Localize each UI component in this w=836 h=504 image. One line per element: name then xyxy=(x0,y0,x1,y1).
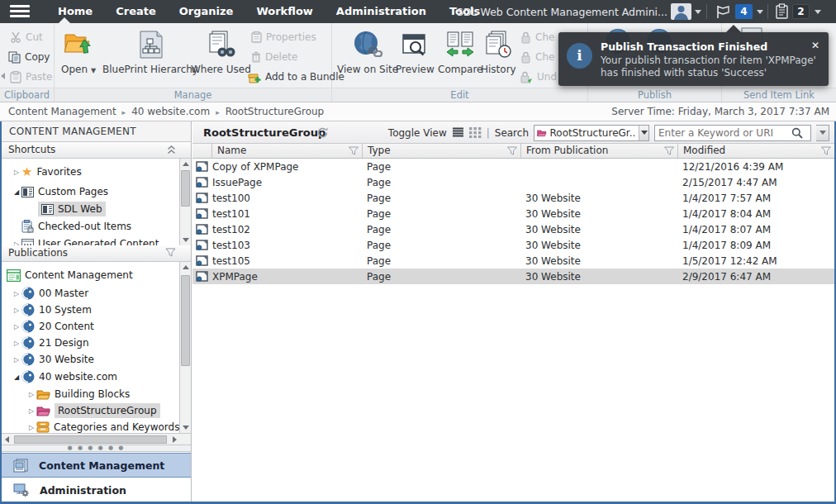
check-out-button[interactable]: Che xyxy=(520,49,554,65)
expander-collapsed-icon[interactable]: ▷ xyxy=(26,407,36,415)
content-management-icon xyxy=(7,269,21,282)
nav-content-management-button[interactable]: Content Management xyxy=(2,453,191,478)
history-button[interactable]: History xyxy=(481,28,516,75)
delete-button[interactable]: Delete xyxy=(251,49,297,65)
menu-home[interactable]: Home xyxy=(46,0,104,23)
tree-item-30-website[interactable]: ▷ 30 Website xyxy=(12,351,94,368)
tree-item-user-generated-content[interactable]: ▷ User Generated Content xyxy=(12,235,159,245)
tree-item-20-content[interactable]: ▷ 20 Content xyxy=(12,318,94,335)
column-header-type[interactable]: Type xyxy=(363,144,521,158)
check-in-button[interactable]: Che xyxy=(520,29,554,45)
filter-funnel-icon[interactable] xyxy=(506,146,518,156)
shortcuts-header[interactable]: Shortcuts xyxy=(2,142,191,159)
expander-collapsed-icon[interactable]: ▷ xyxy=(12,290,21,297)
table-row[interactable]: test105 Page 30 Website 1/5/2017 12:42 A… xyxy=(192,253,834,269)
user-menu-chevron-icon[interactable] xyxy=(695,10,701,14)
icon-column-header[interactable] xyxy=(192,144,212,158)
collapse-chevrons-icon[interactable] xyxy=(167,145,176,155)
tree-item-checked-out-items[interactable]: Checked-out Items xyxy=(21,218,131,235)
tree-item-custom-pages[interactable]: ◢ Custom Pages xyxy=(12,183,108,200)
toast-close-icon[interactable]: ✕ xyxy=(811,40,819,51)
tree-item-categories-and-keywords[interactable]: ▷ Categories and Keywords xyxy=(26,419,179,433)
breadcrumb-40-website[interactable]: 40 website.com xyxy=(131,106,210,117)
menu-create[interactable]: Create xyxy=(104,0,168,23)
table-row[interactable]: test100 Page 30 Website 1/4/2017 7:57 AM xyxy=(192,190,834,206)
publications-header[interactable]: Publications xyxy=(2,245,191,262)
queue-chevron-icon[interactable] xyxy=(815,10,821,14)
properties-button[interactable]: Properties xyxy=(251,29,316,45)
copy-button[interactable]: Copy xyxy=(8,49,50,65)
expander-expanded-icon[interactable]: ◢ xyxy=(12,373,21,381)
expander-expanded-icon[interactable]: ◢ xyxy=(12,188,21,196)
publications-scrollbar[interactable] xyxy=(179,262,191,433)
menu-workflow[interactable]: Workflow xyxy=(245,0,324,23)
menu-organize[interactable]: Organize xyxy=(168,0,245,23)
compare-button[interactable]: Compare xyxy=(438,28,482,75)
table-row[interactable]: test103 Page 30 Website 1/4/2017 8:09 AM xyxy=(192,237,834,253)
undo-checkout-button[interactable]: Und xyxy=(520,69,557,85)
table-row[interactable]: test101 Page 30 Website 1/4/2017 8:04 AM xyxy=(192,206,834,221)
tree-item-00-master[interactable]: ▷ 00 Master xyxy=(12,285,88,302)
breadcrumb-content-management[interactable]: Content Management xyxy=(8,106,116,117)
list-view-icon[interactable] xyxy=(452,127,464,138)
user-avatar[interactable] xyxy=(671,3,691,20)
publication-globe-icon xyxy=(21,353,35,366)
nav-administration-button[interactable]: Administration xyxy=(2,478,191,502)
expander-collapsed-icon[interactable]: ▷ xyxy=(12,169,21,176)
cut-button[interactable]: Cut xyxy=(10,29,43,45)
search-input[interactable] xyxy=(655,127,791,139)
tree-item-21-design[interactable]: ▷ 21 Design xyxy=(12,335,89,351)
expander-collapsed-icon[interactable]: ▷ xyxy=(12,340,21,347)
filter-funnel-icon[interactable] xyxy=(663,146,675,156)
blueprint-hierarchy-button[interactable]: BluePrint Hierarchy xyxy=(102,28,198,75)
clipboard-queue-icon[interactable] xyxy=(775,3,789,20)
refresh-icon[interactable] xyxy=(316,126,329,139)
tree-item-building-blocks[interactable]: ▷ Building Blocks xyxy=(26,386,130,402)
tree-item-favorites[interactable]: ▷ ★ Favorites xyxy=(12,164,82,180)
column-header-name[interactable]: Name xyxy=(212,144,363,158)
where-used-button[interactable]: Where Used xyxy=(191,28,251,75)
toast-caret xyxy=(726,25,741,32)
star-icon: ★ xyxy=(21,166,32,178)
breadcrumb-rootstructuregroup[interactable]: RootStructureGroup xyxy=(226,106,325,117)
tree-item-40-website-com[interactable]: ◢ 40 website.com xyxy=(12,368,117,385)
expander-collapsed-icon[interactable]: ▷ xyxy=(12,356,21,364)
sidebar-splitter[interactable]: ● ● ● ● ● ● xyxy=(2,445,191,452)
search-options-dropdown[interactable] xyxy=(816,125,829,141)
table-row[interactable]: IssuePage Page 2/15/2017 4:47 AM xyxy=(192,174,834,190)
tree-item-10-system[interactable]: ▷ 10 System xyxy=(12,302,92,318)
search-icon[interactable] xyxy=(791,127,803,139)
open-button[interactable]: Open ▼ xyxy=(61,28,96,75)
add-to-bundle-button[interactable]: Add to a Bundle xyxy=(248,69,344,85)
paste-button[interactable]: Paste xyxy=(10,69,52,85)
grid-view-icon[interactable] xyxy=(469,127,482,138)
filter-funnel-icon[interactable] xyxy=(820,146,832,156)
hamburger-menu-icon[interactable] xyxy=(10,5,30,18)
table-row[interactable]: test102 Page 30 Website 1/4/2017 8:07 AM xyxy=(192,221,834,237)
expander-collapsed-icon[interactable]: ▷ xyxy=(26,424,36,431)
table-row-selected[interactable]: XPMPage Page 30 Website 2/9/2017 6:47 AM xyxy=(192,269,834,284)
column-header-modified[interactable]: Modified xyxy=(678,144,834,158)
preview-button[interactable]: Preview xyxy=(396,28,435,75)
column-header-from-publication[interactable]: From Publication xyxy=(521,144,678,158)
trash-icon xyxy=(251,51,261,63)
expander-collapsed-icon[interactable]: ▷ xyxy=(12,307,21,314)
tree-item-rootstructuregroup[interactable]: ▷ RootStructureGroup xyxy=(26,402,160,419)
menu-administration[interactable]: Administration xyxy=(325,0,438,23)
view-on-site-button[interactable]: View on Site xyxy=(337,28,398,75)
publications-hscrollbar[interactable] xyxy=(2,433,191,445)
flag-icon[interactable] xyxy=(715,4,731,19)
search-scope-dropdown[interactable]: RootStructureGr.. xyxy=(534,125,649,141)
filter-funnel-icon[interactable] xyxy=(165,248,176,258)
table-row[interactable]: Copy of XPMPage Page 12/21/2016 4:39 AM xyxy=(192,159,834,174)
expander-collapsed-icon[interactable]: ▷ xyxy=(12,323,21,330)
alerts-badge[interactable]: 4 xyxy=(735,4,753,19)
shortcuts-scrollbar[interactable] xyxy=(179,159,191,245)
dropdown-arrow-icon[interactable] xyxy=(639,126,648,140)
queue-badge[interactable]: 2 xyxy=(792,4,810,19)
expander-collapsed-icon[interactable]: ▷ xyxy=(26,391,36,398)
filter-funnel-icon[interactable] xyxy=(348,146,359,156)
alerts-chevron-icon[interactable] xyxy=(757,10,763,14)
tree-item-sdl-web[interactable]: SDL Web xyxy=(38,201,106,217)
tree-item-content-management-root[interactable]: Content Management xyxy=(7,267,133,283)
